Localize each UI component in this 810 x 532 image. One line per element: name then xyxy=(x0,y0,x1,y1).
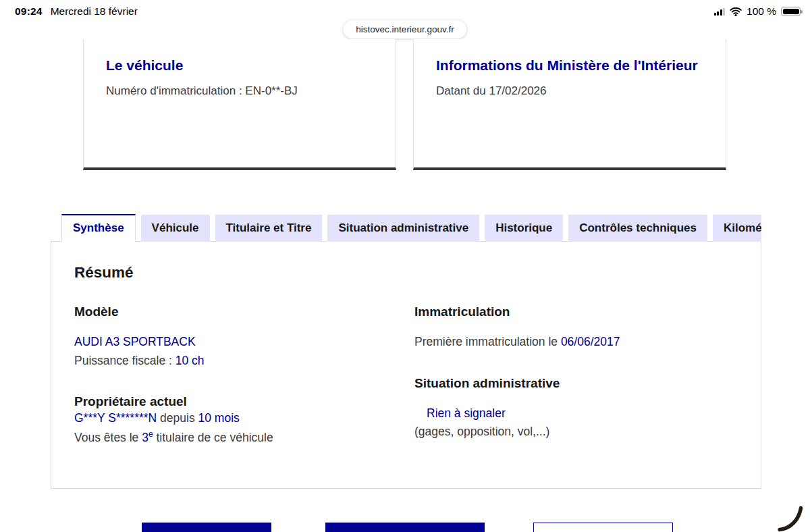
vehicle-card-body: Numéro d'immatriculation : EN-0**-BJ xyxy=(106,84,374,98)
tab-vehicule[interactable]: Véhicule xyxy=(141,215,210,242)
tab-situation-administrative[interactable]: Situation administrative xyxy=(327,215,479,242)
tab-kilometrage[interactable]: Kilométrage xyxy=(713,215,761,242)
admin-status-line: Rien à signaler xyxy=(414,404,732,423)
model-name: AUDI A3 SPORTBACK xyxy=(74,333,392,352)
footer-button-1[interactable] xyxy=(142,523,271,532)
cellular-signal-icon xyxy=(714,7,726,16)
ministry-info-card: Informations du Ministère de l'Intérieur… xyxy=(413,39,726,170)
vehicle-card: Le véhicule Numéro d'immatriculation : E… xyxy=(83,39,396,170)
footer-button-2[interactable] xyxy=(325,523,485,532)
wifi-icon xyxy=(730,7,742,16)
first-registration-label: Première immatriculation le xyxy=(414,335,561,348)
vehicle-card-title: Le véhicule xyxy=(106,56,374,76)
holder-rank-value: 3 xyxy=(142,431,148,444)
tab-controles-techniques[interactable]: Contrôles techniques xyxy=(568,215,707,242)
holder-rank-line: Vous êtes le 3e titulaire de ce véhicule xyxy=(74,428,392,447)
owner-line: G***Y S*******N depuis 10 mois xyxy=(74,409,392,428)
clock-label: 09:24 xyxy=(15,5,43,18)
battery-icon xyxy=(781,7,801,16)
holder-prefix: Vous êtes le xyxy=(74,431,142,444)
status-bar: 09:24 Mercredi 18 février 100 % xyxy=(0,0,810,23)
first-registration-line: Première immatriculation le 06/06/2017 xyxy=(414,333,732,352)
admin-status-note: (gages, opposition, vol,...) xyxy=(414,423,732,442)
registration-heading: Immatriculation xyxy=(414,304,732,319)
owner-heading: Propriétaire actuel xyxy=(74,394,392,409)
fiscal-power-label: Puissance fiscale : xyxy=(74,354,176,367)
report-tabs: Synthèse Véhicule Titulaire et Titre Sit… xyxy=(61,214,761,242)
loading-spinner-arc-icon xyxy=(775,502,807,532)
summary-panel: Résumé Modèle AUDI A3 SPORTBACK Puissanc… xyxy=(51,241,761,489)
fiscal-power-value: 10 ch xyxy=(176,354,205,367)
first-registration-date: 06/06/2017 xyxy=(561,335,620,348)
owner-since-value: 10 mois xyxy=(198,411,240,425)
tab-synthese[interactable]: Synthèse xyxy=(61,214,136,242)
cards-row: Le véhicule Numéro d'immatriculation : E… xyxy=(83,39,726,170)
admin-status-value: Rien à signaler xyxy=(427,406,506,420)
date-label: Mercredi 18 février xyxy=(51,5,138,18)
tab-historique[interactable]: Historique xyxy=(485,215,563,242)
model-heading: Modèle xyxy=(74,304,392,319)
ministry-info-card-body: Datant du 17/02/2026 xyxy=(436,84,704,98)
summary-left-column: Modèle AUDI A3 SPORTBACK Puissance fisca… xyxy=(74,304,392,447)
address-bar[interactable]: histovec.interieur.gouv.fr xyxy=(343,20,466,38)
owner-since-label: depuis xyxy=(157,411,198,425)
battery-percent-label: 100 % xyxy=(747,5,776,18)
panel-title: Résumé xyxy=(74,264,134,282)
admin-status-heading: Situation administrative xyxy=(414,376,732,391)
holder-suffix: titulaire de ce véhicule xyxy=(153,431,273,444)
owner-name-value: G***Y S*******N xyxy=(74,411,157,425)
model-name-value: AUDI A3 SPORTBACK xyxy=(74,335,196,348)
fiscal-power-line: Puissance fiscale : 10 ch xyxy=(74,352,392,371)
holder-rank-ordinal: e xyxy=(148,429,153,439)
address-bar-url: histovec.interieur.gouv.fr xyxy=(356,24,454,34)
footer-button-3[interactable] xyxy=(533,523,673,532)
ministry-info-card-title: Informations du Ministère de l'Intérieur xyxy=(436,56,704,76)
summary-right-column: Immatriculation Première immatriculation… xyxy=(414,304,732,442)
tab-titulaire-et-titre[interactable]: Titulaire et Titre xyxy=(215,215,323,242)
